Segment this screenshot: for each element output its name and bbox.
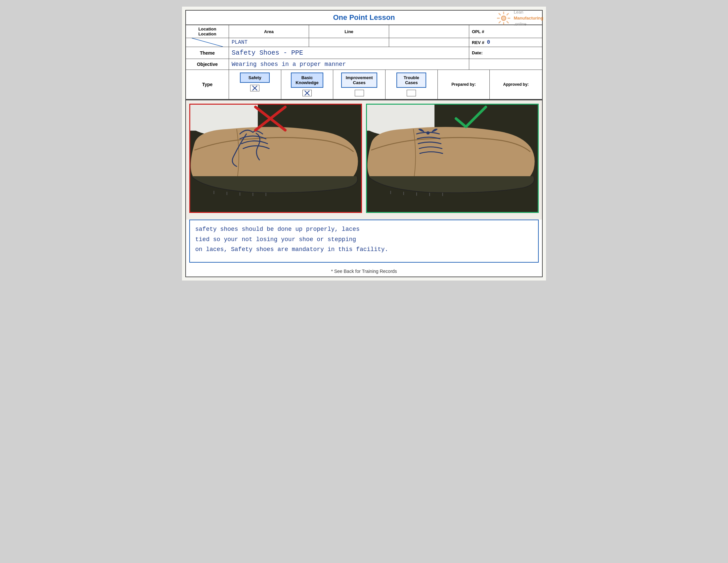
gear-icon — [496, 10, 512, 26]
location-label: Location Location — [186, 25, 229, 38]
svg-rect-23 — [367, 105, 434, 131]
type-improvement: ImprovementCases — [333, 70, 386, 99]
watermark-text: Lean Manufacturing .online — [514, 9, 543, 27]
notes-line3: on laces, Safety shoes are mandatory in … — [195, 244, 533, 255]
area-label: Area — [229, 25, 309, 38]
type-safety-box: Safety — [240, 72, 270, 83]
type-improvement-box: ImprovementCases — [341, 72, 378, 88]
type-trouble-checkbox — [407, 90, 416, 96]
svg-rect-15 — [190, 105, 258, 131]
empty-cell — [389, 25, 469, 38]
theme-label: Theme — [186, 47, 229, 59]
type-label: Type — [186, 70, 229, 99]
theme-value: Safety Shoes - PPE — [229, 47, 469, 59]
page-title: One Point Lesson — [189, 13, 539, 22]
svg-line-9 — [499, 21, 501, 23]
svg-point-1 — [502, 17, 505, 20]
type-trouble: TroubleCases — [386, 70, 438, 99]
right-shoe-image — [366, 104, 539, 213]
type-trouble-box: TroubleCases — [396, 72, 426, 88]
type-basic-knowledge: BasicKnowledge — [281, 70, 334, 99]
footer: * See Back for Training Records — [186, 266, 542, 276]
notes-line1: safety shoes should be done up properly,… — [195, 224, 533, 234]
shoe-divider — [362, 104, 366, 213]
type-safety-checkbox — [250, 85, 259, 91]
notes-line2: tied so your not losing your shoe or ste… — [195, 234, 533, 245]
image-section — [186, 100, 542, 219]
prepared-by-label: Prepared by: — [438, 70, 490, 99]
date-label: Date: — [469, 47, 542, 59]
svg-line-6 — [499, 13, 501, 15]
approved-by-label: Approved by: — [490, 70, 542, 99]
rev-label: REV # 0 — [469, 38, 542, 47]
date-empty — [469, 59, 542, 70]
type-improvement-checkbox — [355, 90, 364, 96]
line-value — [389, 38, 469, 47]
svg-line-10 — [192, 38, 223, 47]
page-wrapper: Lean Manufacturing .online One Point Les… — [182, 7, 546, 280]
type-basic-box: BasicKnowledge — [291, 72, 323, 88]
type-safety: Safety — [229, 70, 281, 99]
svg-line-7 — [507, 21, 509, 23]
area-value — [309, 38, 389, 47]
line-label: Line — [309, 25, 389, 38]
svg-point-24 — [426, 131, 430, 135]
objective-label: Objective — [186, 59, 229, 70]
title-row: One Point Lesson — [186, 11, 542, 25]
wrong-x-mark — [252, 104, 289, 133]
type-basic-checkbox — [302, 90, 312, 96]
right-check-mark — [453, 102, 489, 132]
notes-section: safety shoes should be done up properly,… — [189, 219, 539, 262]
svg-line-8 — [507, 13, 509, 15]
objective-value: Wearing shoes in a proper manner — [229, 59, 469, 70]
watermark: Lean Manufacturing .online — [496, 9, 543, 27]
document: One Point Lesson Location Location Area … — [185, 10, 543, 277]
header-table: Location Location Area Line OPL # — [186, 25, 542, 100]
location-corner — [186, 38, 229, 47]
location-value: PLANT — [229, 38, 309, 47]
